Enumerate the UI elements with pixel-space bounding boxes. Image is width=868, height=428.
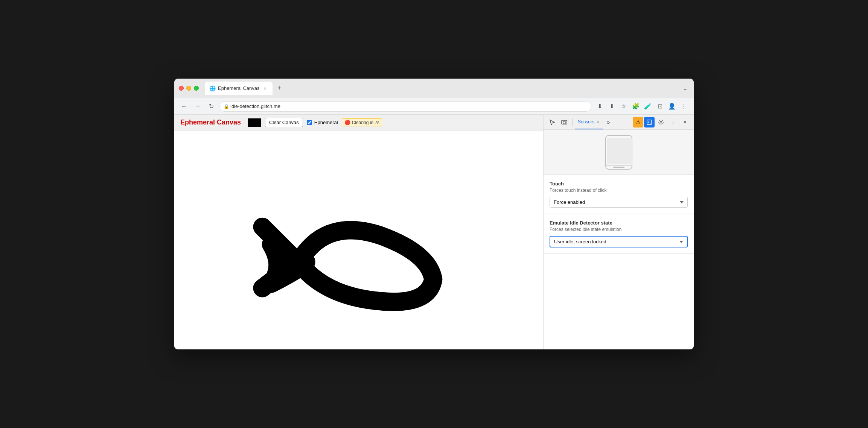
toolbar-icons: ⬇ ⬆ ☆ 🧩 🧪 ⊡ 👤 ⋮ xyxy=(594,101,689,112)
traffic-lights xyxy=(179,86,199,91)
address-text: idle-detection.glitch.me xyxy=(230,103,280,109)
bookmark-icon[interactable]: ☆ xyxy=(618,101,629,112)
clear-canvas-button[interactable]: Clear Canvas xyxy=(265,118,303,127)
main-content: Ephemeral Canvas Clear Canvas Ephemeral … xyxy=(174,115,694,349)
svg-rect-6 xyxy=(613,167,624,168)
devtools-panel: Sensors × » ⚠ ⋮ × xyxy=(543,115,694,349)
canvas-drawing[interactable] xyxy=(174,131,543,349)
touch-select[interactable]: None Force enabled xyxy=(550,197,688,208)
devtools-tabs: Sensors × » ⚠ ⋮ × xyxy=(544,115,694,130)
active-tab[interactable]: 🌐 Ephemeral Canvas × xyxy=(205,82,273,95)
clearing-badge: 🔴 Clearing in 7s xyxy=(342,118,382,126)
svg-point-3 xyxy=(660,121,662,123)
maximize-button[interactable] xyxy=(194,86,199,91)
ephemeral-checkbox[interactable] xyxy=(307,120,312,125)
phone-illustration xyxy=(544,130,694,175)
ephemeral-text: Ephemeral xyxy=(314,120,338,125)
phone-svg xyxy=(592,134,645,171)
minimize-button[interactable] xyxy=(186,86,191,91)
app-title: Ephemeral Canvas xyxy=(180,118,241,126)
browser-window: 🌐 Ephemeral Canvas × + ⌄ ← → ↻ 🔒 idle-de… xyxy=(174,79,694,349)
sensors-tab-label: Sensors xyxy=(578,119,594,124)
extensions-icon[interactable]: 🧩 xyxy=(630,101,641,112)
title-bar-right: ⌄ xyxy=(681,83,689,93)
profile-icon[interactable]: 👤 xyxy=(667,101,677,112)
touch-section-title: Touch xyxy=(550,181,688,187)
devtools-more-icon[interactable]: ⋮ xyxy=(667,117,679,128)
refresh-button[interactable]: ↻ xyxy=(206,101,216,112)
title-bar: 🌐 Ephemeral Canvas × + ⌄ xyxy=(174,79,694,98)
back-button[interactable]: ← xyxy=(179,101,189,112)
idle-select[interactable]: No idle emulation User active, screen un… xyxy=(550,236,688,247)
tab-separator xyxy=(572,118,573,126)
idle-section: Emulate Idle Detector state Forces selec… xyxy=(544,214,694,254)
color-swatch[interactable] xyxy=(248,118,261,127)
touch-section-desc: Forces touch instead of click xyxy=(550,188,688,193)
warning-button[interactable]: ⚠ xyxy=(633,117,643,127)
address-input[interactable]: 🔒 idle-detection.glitch.me xyxy=(219,101,591,112)
canvas-area: Ephemeral Canvas Clear Canvas Ephemeral … xyxy=(174,115,543,349)
address-bar: ← → ↻ 🔒 idle-detection.glitch.me ⬇ ⬆ ☆ 🧩… xyxy=(174,98,694,115)
tab-title: Ephemeral Canvas xyxy=(218,85,260,91)
sensors-tab-close[interactable]: × xyxy=(596,119,600,124)
new-tab-button[interactable]: + xyxy=(274,83,285,94)
download-icon[interactable]: ⬇ xyxy=(594,101,605,112)
more-tabs-button[interactable]: » xyxy=(604,117,612,127)
svg-rect-1 xyxy=(563,121,565,124)
split-view-icon[interactable]: ⊡ xyxy=(655,101,665,112)
sensors-tab[interactable]: Sensors × xyxy=(575,115,603,129)
tab-close-button[interactable]: × xyxy=(262,85,268,91)
devtools-content: Touch Forces touch instead of click None… xyxy=(544,130,694,349)
cursor-tool-icon[interactable] xyxy=(547,117,558,128)
close-button[interactable] xyxy=(179,86,184,91)
clearing-text: Clearing in 7s xyxy=(352,120,379,125)
devtools-right-icons: ⚠ ⋮ × xyxy=(633,117,691,128)
experiments-icon[interactable]: 🧪 xyxy=(643,101,653,112)
idle-section-desc: Forces selected idle state emulation xyxy=(550,227,688,232)
tab-bar: 🌐 Ephemeral Canvas × + xyxy=(205,82,678,95)
touch-section: Touch Forces touch instead of click None… xyxy=(544,175,694,214)
forward-button[interactable]: → xyxy=(192,101,203,112)
responsive-tool-icon[interactable] xyxy=(559,117,570,128)
chevron-down-icon[interactable]: ⌄ xyxy=(681,83,689,93)
warning-icon: ⚠ xyxy=(636,119,641,125)
lock-icon: 🔒 xyxy=(224,104,229,109)
idle-section-title: Emulate Idle Detector state xyxy=(550,220,688,226)
drawing-svg xyxy=(174,131,543,349)
settings-icon[interactable] xyxy=(655,117,667,128)
menu-icon[interactable]: ⋮ xyxy=(679,101,689,112)
clearing-icon: 🔴 xyxy=(344,120,350,125)
svg-rect-5 xyxy=(607,138,631,164)
canvas-toolbar: Ephemeral Canvas Clear Canvas Ephemeral … xyxy=(174,115,543,131)
share-icon[interactable]: ⬆ xyxy=(606,101,617,112)
devtools-close-icon[interactable]: × xyxy=(679,117,691,128)
console-button[interactable] xyxy=(644,117,655,127)
ephemeral-label[interactable]: Ephemeral xyxy=(307,120,338,125)
tab-favicon: 🌐 xyxy=(209,85,216,91)
